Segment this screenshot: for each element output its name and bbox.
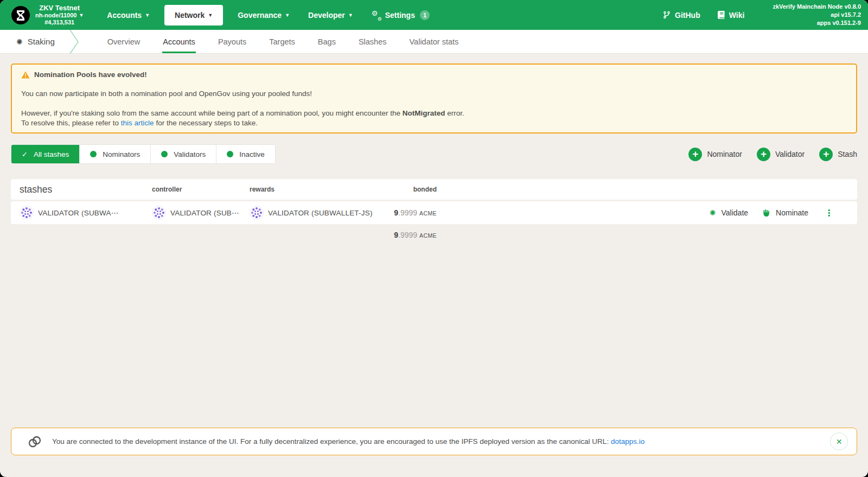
column-header-controller: controller [152, 186, 250, 193]
filter-nominators[interactable]: Nominators [79, 145, 150, 163]
version-info: zkVerify Mainchain Node v0.8.0 api v15.7… [773, 3, 868, 27]
add-buttons: + Nominator + Validator + Stash [688, 148, 857, 161]
bonded-amount: 9.9999ACME [380, 208, 437, 217]
column-header-bonded: bonded [380, 186, 437, 193]
filter-all-stashes[interactable]: ✓ All stashes [11, 145, 79, 163]
api-version: api v15.7.2 [773, 11, 861, 19]
row-actions: ✺ Validate Nominate ⋮ [710, 208, 833, 218]
node-version: zkVerify Mainchain Node v0.8.0 [773, 3, 861, 11]
green-dot-icon [90, 151, 97, 157]
app-window: ZKV Testnet nh-node/11000 ▼ #4,313,531 A… [0, 0, 868, 477]
table-row: VALIDATOR (SUBWA⋯ VALIDATOR (SUB⋯ [11, 201, 857, 224]
filter-validators[interactable]: Validators [150, 145, 216, 163]
add-nominator-button[interactable]: + Nominator [688, 148, 742, 161]
chevron-down-icon: ▼ [145, 12, 150, 18]
column-header-stashes: stashes [20, 184, 152, 195]
nomination-pools-notice: Nomination Pools have evolved! You can n… [11, 63, 857, 133]
controller-account-name: VALIDATOR (SUB⋯ [170, 208, 239, 217]
kebab-menu-icon[interactable]: ⋮ [825, 208, 833, 218]
warning-icon [21, 71, 30, 79]
identicon[interactable] [152, 206, 166, 220]
github-link[interactable]: GitHub [663, 11, 700, 20]
tab-overview[interactable]: Overview [96, 30, 151, 53]
book-icon [718, 11, 725, 19]
chevron-down-icon: ▼ [208, 12, 213, 18]
column-header-rewards: rewards [250, 186, 380, 193]
total-bonded-amount: 9.9999ACME [380, 231, 437, 239]
certificate-icon: ✺ [710, 208, 716, 217]
dev-instance-banner: You are connected to the development ins… [11, 428, 857, 455]
plus-icon: + [757, 148, 770, 161]
article-link[interactable]: this article [121, 119, 154, 127]
staking-tabs: Overview Accounts Payouts Targets Bags S… [96, 30, 470, 53]
gears-icon: ⚙⚙ [372, 11, 382, 20]
stash-account-cell[interactable]: VALIDATOR (SUBWA⋯ [20, 206, 152, 220]
block-number: #4,313,531 [35, 19, 84, 26]
network-info: ZKV Testnet nh-node/11000 ▼ #4,313,531 [35, 4, 84, 27]
notice-paragraph-2: However, if you're staking solo from the… [21, 109, 847, 128]
git-branch-icon [663, 11, 671, 19]
chevron-down-icon: ▼ [348, 12, 353, 18]
validate-button[interactable]: ✺ Validate [710, 208, 748, 217]
menu-settings[interactable]: ⚙⚙ Settings 1 [362, 0, 439, 30]
notice-paragraph-1: You can now participate in both a nomina… [21, 90, 847, 98]
tab-targets[interactable]: Targets [258, 30, 307, 53]
green-dot-icon [161, 151, 168, 157]
dotapps-link[interactable]: dotapps.io [611, 437, 644, 446]
stashes-table-header: stashes controller rewards bonded [11, 179, 857, 200]
wiki-link[interactable]: Wiki [718, 11, 745, 20]
close-icon: ✕ [836, 437, 843, 446]
menu-network[interactable]: Network ▼ [164, 5, 223, 26]
certificate-icon: ✺ [16, 37, 23, 46]
green-dot-icon [227, 151, 233, 157]
chevron-separator-icon [69, 30, 81, 54]
link-chain-icon [28, 435, 42, 448]
table-summary-row: 9.9999ACME [11, 224, 857, 246]
tab-slashes[interactable]: Slashes [347, 30, 398, 53]
apps-version: apps v0.151.2-9 [773, 19, 861, 27]
tab-payouts[interactable]: Payouts [207, 30, 258, 53]
identicon[interactable] [250, 206, 264, 220]
tab-bags[interactable]: Bags [307, 30, 347, 53]
controller-account-cell[interactable]: VALIDATOR (SUB⋯ [152, 206, 250, 220]
node-name: nh-node/11000 [35, 12, 76, 19]
plus-icon: + [688, 148, 702, 161]
stash-account-name: VALIDATOR (SUBWA⋯ [38, 208, 118, 217]
notice-title: Nomination Pools have evolved! [34, 71, 147, 79]
nominate-button[interactable]: Nominate [762, 208, 808, 217]
main-menu: Accounts ▼ Network ▼ Governance ▼ Develo… [98, 0, 439, 30]
chevron-down-icon: ▼ [79, 12, 84, 18]
dev-instance-text: You are connected to the development ins… [52, 437, 644, 446]
plus-icon: + [819, 148, 833, 161]
menu-governance[interactable]: Governance ▼ [228, 0, 299, 30]
network-selector[interactable]: ZKV Testnet nh-node/11000 ▼ #4,313,531 [0, 4, 84, 27]
not-migrated-error: NotMigrated [403, 109, 445, 117]
rewards-account-name: VALIDATOR (SUBWALLET-JS) [268, 209, 373, 217]
app-title-staking[interactable]: ✺ Staking [0, 30, 69, 53]
stash-filter-group: ✓ All stashes Nominators Validators Inac… [11, 144, 276, 164]
identicon[interactable] [20, 206, 34, 220]
filter-inactive[interactable]: Inactive [216, 145, 275, 163]
menu-accounts[interactable]: Accounts ▼ [98, 0, 159, 30]
check-icon: ✓ [22, 150, 28, 158]
rewards-account-cell[interactable]: VALIDATOR (SUBWALLET-JS) [250, 206, 380, 220]
add-stash-button[interactable]: + Stash [819, 148, 857, 161]
menu-developer[interactable]: Developer ▼ [299, 0, 362, 30]
network-name: ZKV Testnet [35, 4, 84, 12]
chevron-down-icon: ▼ [285, 12, 290, 18]
close-banner-button[interactable]: ✕ [830, 433, 848, 450]
external-links: GitHub Wiki [663, 11, 744, 20]
hand-icon [762, 209, 770, 217]
token-unit: ACME [419, 210, 437, 217]
token-unit: ACME [419, 232, 437, 239]
zkverify-logo-icon [11, 6, 30, 24]
tab-bar: ✺ Staking Overview Accounts Payouts Targ… [0, 30, 868, 54]
tab-validator-stats[interactable]: Validator stats [398, 30, 470, 53]
accounts-toolbar: ✓ All stashes Nominators Validators Inac… [11, 144, 857, 164]
settings-badge: 1 [420, 10, 430, 20]
add-validator-button[interactable]: + Validator [757, 148, 805, 161]
tab-accounts[interactable]: Accounts [151, 30, 207, 53]
top-header: ZKV Testnet nh-node/11000 ▼ #4,313,531 A… [0, 0, 868, 30]
